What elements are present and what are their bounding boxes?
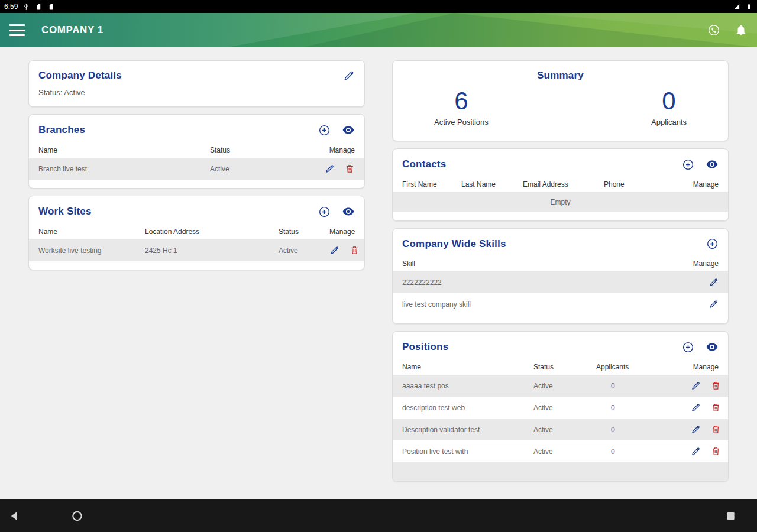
recents-button-icon[interactable]	[724, 510, 737, 522]
view-positions-eye-icon[interactable]	[706, 340, 719, 353]
contacts-card: Contacts First Name Last Name Email Addr…	[392, 148, 729, 221]
add-work-site-icon[interactable]	[318, 206, 331, 218]
delete-position-icon[interactable]	[711, 424, 721, 434]
work-sites-card: Work Sites Name Location Address Status …	[28, 196, 365, 270]
summary-title: Summary	[537, 70, 584, 82]
work-sites-header: Work Sites	[29, 196, 364, 223]
work-sites-table-header: Name Location Address Status Manage	[29, 223, 364, 239]
work-site-row: Worksite live testing 2425 Hc 1 Active	[29, 239, 364, 261]
appbar-decoration	[0, 13, 757, 47]
column-header: Skill	[402, 259, 693, 268]
branches-header: Branches	[29, 115, 364, 142]
summary-card: Summary 6 Active Positions 0 Applicants	[392, 60, 729, 141]
position-applicants: 0	[596, 426, 691, 434]
view-work-sites-eye-icon[interactable]	[342, 205, 355, 218]
active-positions-label: Active Positions	[434, 118, 489, 126]
skills-table-header: Skill Manage	[393, 255, 728, 271]
delete-work-site-icon[interactable]	[350, 245, 360, 255]
back-button-icon[interactable]	[8, 510, 21, 522]
status-bar: 6:59	[0, 0, 757, 13]
add-skill-icon[interactable]	[706, 238, 719, 250]
skill-row: 2222222222	[393, 271, 728, 293]
branches-card: Branches Name Status Manage Branch live …	[28, 114, 365, 189]
skill-name: live test company skill	[402, 300, 709, 309]
skills-header: Company Wide Skills	[393, 229, 728, 255]
edit-skill-icon[interactable]	[709, 277, 719, 287]
home-button-icon[interactable]	[71, 510, 83, 522]
view-branches-eye-icon[interactable]	[342, 124, 355, 137]
edit-position-icon[interactable]	[691, 424, 701, 434]
positions-card: Positions Name Status Applicants Manage …	[392, 331, 729, 482]
position-status: Active	[533, 447, 596, 456]
branch-status: Active	[210, 165, 305, 173]
edit-skill-icon[interactable]	[709, 299, 719, 309]
appbar-decoration	[0, 13, 757, 47]
branches-title: Branches	[38, 124, 85, 136]
view-contacts-eye-icon[interactable]	[706, 158, 719, 171]
work-site-name: Worksite live testing	[38, 246, 145, 255]
delete-position-icon[interactable]	[711, 381, 721, 391]
position-applicants: 0	[596, 447, 691, 456]
sd-card-icon	[35, 3, 43, 11]
edit-position-icon[interactable]	[691, 446, 701, 456]
summary-header: Summary	[393, 61, 728, 83]
add-branch-icon[interactable]	[318, 124, 331, 137]
position-status: Active	[533, 426, 596, 434]
edit-position-icon[interactable]	[691, 381, 701, 391]
sim-card-icon	[47, 3, 55, 11]
applicants-stat: 0 Applicants	[651, 87, 687, 126]
edit-work-site-icon[interactable]	[329, 245, 339, 255]
applicants-value: 0	[651, 87, 687, 115]
add-contact-icon[interactable]	[682, 158, 694, 171]
app-title: COMPANY 1	[41, 24, 103, 36]
position-name: description test web	[402, 404, 533, 412]
position-status: Active	[533, 404, 596, 412]
main-content: Company Details Status: Active Branches …	[0, 47, 757, 532]
edit-branch-icon[interactable]	[325, 164, 335, 174]
delete-position-icon[interactable]	[711, 403, 721, 413]
skill-row: live test company skill	[393, 293, 728, 315]
battery-icon	[745, 3, 753, 11]
positions-table-header: Name Status Applicants Manage	[393, 359, 728, 375]
column-header: Name	[402, 363, 533, 371]
positions-title: Positions	[402, 341, 448, 353]
company-details-card: Company Details Status: Active	[28, 60, 365, 107]
column-header: Manage	[693, 363, 719, 371]
position-row: Position live test with Active 0	[393, 440, 728, 462]
position-row: description test web Active 0	[393, 397, 728, 419]
column-header: Status	[210, 146, 305, 154]
position-applicants: 0	[596, 404, 691, 412]
column-header: Manage	[693, 180, 719, 189]
usb-icon	[22, 3, 30, 11]
edit-position-icon[interactable]	[691, 403, 701, 413]
edit-company-details-icon[interactable]	[343, 70, 355, 82]
skills-title: Company Wide Skills	[402, 238, 506, 250]
position-name: Position live test with	[402, 447, 533, 456]
delete-position-icon[interactable]	[711, 446, 721, 456]
position-applicants: 0	[596, 382, 691, 390]
column-header: Manage	[693, 259, 719, 268]
column-header: Name	[38, 146, 210, 154]
contacts-header: Contacts	[393, 149, 728, 176]
signal-icon	[733, 3, 740, 11]
company-wide-skills-card: Company Wide Skills Skill Manage 2222222…	[392, 228, 729, 324]
branch-name: Branch live test	[38, 165, 210, 173]
right-column: Summary 6 Active Positions 0 Applicants …	[392, 60, 729, 482]
position-name: aaaaa test pos	[402, 382, 533, 390]
notifications-bell-icon[interactable]	[735, 24, 748, 37]
position-status: Active	[533, 382, 596, 390]
positions-header: Positions	[393, 332, 728, 359]
hamburger-menu-button[interactable]	[9, 24, 25, 36]
position-row-partial	[393, 462, 728, 481]
add-position-icon[interactable]	[682, 341, 694, 353]
column-header: First Name	[402, 180, 461, 189]
support-phone-icon[interactable]	[707, 24, 720, 37]
column-header: Status	[533, 363, 596, 371]
status-time: 6:59	[4, 2, 18, 11]
app-bar: COMPANY 1	[0, 13, 757, 47]
active-positions-value: 6	[434, 87, 489, 115]
delete-branch-icon[interactable]	[345, 164, 355, 174]
position-name: Description validator test	[402, 426, 533, 434]
contacts-title: Contacts	[402, 158, 446, 170]
branch-row: Branch live test Active	[29, 158, 364, 180]
